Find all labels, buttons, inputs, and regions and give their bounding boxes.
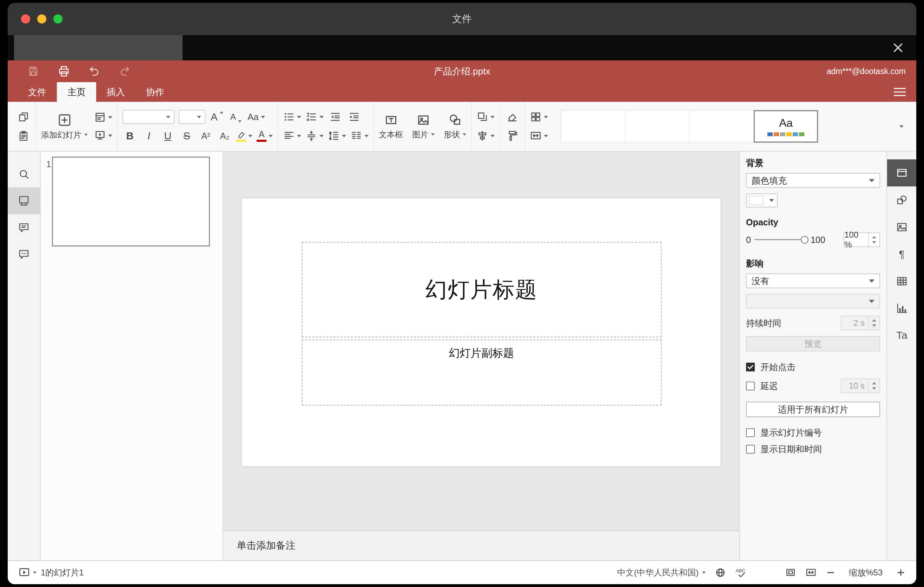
save-button[interactable]: [27, 65, 39, 77]
increase-indent-button[interactable]: [347, 109, 361, 125]
slide-size-button[interactable]: [530, 128, 548, 143]
opacity-spinner[interactable]: 100 %: [843, 232, 880, 247]
minimize-window-button[interactable]: [37, 15, 46, 23]
background-fill-select[interactable]: 颜色填充: [746, 173, 880, 188]
toolbar-more-button[interactable]: [894, 119, 909, 134]
font-name-combo[interactable]: [122, 110, 175, 124]
copy-button[interactable]: [16, 109, 31, 125]
spinner-arrows[interactable]: [868, 379, 879, 392]
insert-image-button[interactable]: 图片: [412, 102, 435, 151]
insert-textbox-button[interactable]: 文本框: [379, 102, 403, 151]
table-settings-tab[interactable]: [887, 267, 916, 295]
chart-settings-tab[interactable]: [887, 295, 916, 322]
theme-option-2[interactable]: [625, 110, 690, 143]
theme-option-1[interactable]: [561, 110, 625, 143]
superscript-button[interactable]: A²: [198, 128, 213, 143]
italic-button[interactable]: I: [142, 128, 156, 143]
slider-handle[interactable]: [801, 236, 808, 244]
svg-text:ABC: ABC: [736, 568, 745, 573]
fit-width-button[interactable]: [805, 567, 817, 578]
textart-settings-tab[interactable]: Ta: [887, 322, 916, 349]
increase-font-size-button[interactable]: A: [210, 109, 224, 125]
slide-thumbnail-1[interactable]: [52, 157, 210, 246]
font-color-button[interactable]: A: [257, 128, 273, 143]
insert-shape-button[interactable]: 形状: [444, 102, 466, 151]
highlight-color-button[interactable]: [236, 128, 252, 143]
delay-spinner[interactable]: 10 s: [841, 378, 880, 393]
numbering-button[interactable]: [305, 109, 324, 125]
slide-editing-area[interactable]: 幻灯片标题 幻灯片副标题: [241, 198, 721, 467]
preview-button[interactable]: 预览: [746, 336, 880, 351]
subscript-button[interactable]: A₂: [217, 128, 232, 143]
show-date-time-row: 显示日期和时间: [746, 444, 880, 455]
columns-button[interactable]: [350, 128, 369, 143]
sidebar-comments-button[interactable]: [8, 214, 40, 241]
opacity-slider[interactable]: [754, 235, 807, 244]
undo-button[interactable]: [89, 65, 101, 77]
spinner-arrows[interactable]: [868, 233, 879, 246]
image-settings-tab[interactable]: [887, 213, 916, 241]
tab-collaboration[interactable]: 协作: [135, 82, 175, 102]
sidebar-slides-button[interactable]: [8, 188, 40, 214]
transition-type-select[interactable]: [746, 294, 880, 308]
tab-insert[interactable]: 插入: [96, 82, 135, 102]
duration-spinner[interactable]: 2 s: [841, 316, 880, 330]
add-slide-button[interactable]: 添加幻灯片: [41, 102, 88, 151]
theme-option-3[interactable]: [690, 110, 754, 143]
zoom-in-button[interactable]: [896, 568, 906, 577]
hamburger-menu-icon[interactable]: [894, 88, 906, 96]
redo-button[interactable]: [119, 65, 130, 77]
tab-file[interactable]: 文件: [18, 82, 57, 102]
background-color-picker[interactable]: [746, 193, 777, 208]
sidebar-feedback-button[interactable]: [8, 241, 40, 267]
spell-check-button[interactable]: ABC: [735, 567, 749, 578]
decrease-indent-button[interactable]: [328, 109, 343, 125]
fit-width-icon: [805, 567, 817, 578]
zoom-out-button[interactable]: [826, 568, 835, 577]
color-scheme-button[interactable]: [530, 109, 548, 125]
notes-area[interactable]: 单击添加备注: [223, 530, 739, 560]
apply-to-all-slides-button[interactable]: 适用于所有幻灯片: [746, 402, 880, 417]
paragraph-settings-tab[interactable]: ¶: [887, 241, 916, 267]
underline-button[interactable]: U: [160, 128, 175, 143]
align-shape-button[interactable]: [477, 128, 495, 143]
tab-home[interactable]: 主页: [57, 82, 96, 102]
delay-checkbox[interactable]: [746, 382, 755, 391]
change-case-button[interactable]: Aa: [248, 109, 265, 125]
bold-button[interactable]: B: [122, 128, 137, 143]
theme-option-selected[interactable]: Aa: [754, 110, 818, 143]
line-spacing-button[interactable]: [328, 128, 346, 143]
clear-style-button[interactable]: [505, 109, 520, 125]
sidebar-search-button[interactable]: [8, 161, 40, 188]
start-slideshow-status-button[interactable]: [18, 567, 36, 579]
close-window-button[interactable]: [21, 15, 30, 23]
vertical-align-button[interactable]: [305, 128, 324, 143]
font-size-combo[interactable]: [179, 110, 205, 124]
zoom-window-button[interactable]: [53, 15, 63, 23]
show-slide-number-checkbox[interactable]: [746, 428, 755, 437]
shape-settings-tab[interactable]: [887, 186, 916, 213]
set-language-button[interactable]: [715, 567, 726, 578]
horizontal-align-button[interactable]: [283, 128, 301, 143]
show-date-time-checkbox[interactable]: [746, 445, 755, 453]
background-section-label: 背景: [746, 157, 880, 169]
slide-settings-tab[interactable]: [887, 159, 916, 186]
copy-style-button[interactable]: [505, 128, 520, 143]
document-language-button[interactable]: 中文(中华人民共和国): [617, 567, 706, 578]
fit-slide-button[interactable]: [785, 567, 796, 578]
transition-effect-select[interactable]: 没有: [746, 274, 880, 288]
paste-button[interactable]: [16, 128, 31, 143]
start-slideshow-button[interactable]: [94, 128, 112, 143]
spinner-arrows[interactable]: [868, 316, 879, 330]
slide-subtitle-placeholder[interactable]: 幻灯片副标题: [302, 340, 662, 406]
strikethrough-button[interactable]: S: [180, 128, 194, 143]
print-button[interactable]: [58, 65, 70, 77]
change-slide-layout-button[interactable]: [94, 110, 112, 125]
slide-title-placeholder[interactable]: 幻灯片标题: [302, 242, 662, 337]
start-on-click-checkbox[interactable]: [746, 363, 755, 371]
slides-group: 添加幻灯片: [36, 102, 117, 151]
decrease-font-size-button[interactable]: A: [229, 109, 243, 125]
arrange-shape-button[interactable]: [477, 109, 495, 125]
bullets-button[interactable]: [283, 109, 301, 125]
close-modal-button[interactable]: [889, 39, 906, 56]
